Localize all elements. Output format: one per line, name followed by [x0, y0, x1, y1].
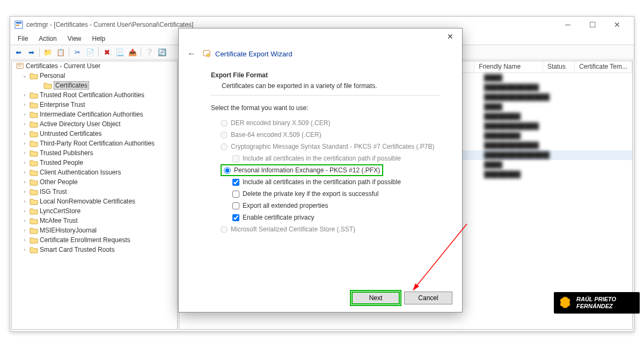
expand-icon[interactable]: › [21, 228, 28, 233]
expand-icon[interactable]: › [21, 247, 28, 252]
cert-export-wizard: ✕ ← Certificate Export Wizard Export Fil… [178, 28, 463, 312]
radio-sst: Microsoft Serialized Certificate Store (… [221, 223, 441, 235]
tree-item[interactable]: ›Active Directory User Object [12, 119, 177, 129]
tree-item[interactable]: ›Trusted Root Certification Authorities [12, 90, 177, 100]
tree-item[interactable]: ›Certificate Enrollment Requests [12, 235, 177, 245]
col-friendly[interactable]: Friendly Name [474, 61, 543, 72]
folder-icon [30, 236, 38, 244]
tree-item[interactable]: ›Third-Party Root Certification Authorit… [12, 139, 177, 148]
select-label: Select the format you want to use: [211, 104, 441, 112]
next-button[interactable]: Next [352, 292, 400, 304]
tree-item[interactable]: ›Local NonRemovable Certificates [12, 197, 177, 206]
tree-item[interactable]: ›Trusted People [12, 158, 177, 168]
folder-icon [30, 91, 38, 99]
chk-pfx-ext[interactable]: Export all extended properties [232, 200, 441, 212]
close-button[interactable]: ✕ [605, 17, 630, 33]
app-icon [14, 20, 23, 29]
radio-pfx-input[interactable] [224, 167, 231, 174]
back-icon[interactable]: ⬅ [12, 46, 24, 58]
help-icon[interactable]: ❔ [143, 46, 155, 58]
window-title: certmgr - [Certificates - Current User\P… [26, 21, 193, 28]
tree-personal[interactable]: ⌄Personal [12, 71, 177, 81]
radio-b64-input [221, 132, 228, 139]
expand-icon[interactable]: › [21, 141, 28, 146]
svg-rect-1 [16, 22, 21, 24]
brain-icon [558, 296, 572, 310]
up-folder-icon[interactable]: 📁 [42, 46, 54, 58]
cancel-button[interactable]: Cancel [404, 292, 452, 304]
modal-close-button[interactable]: ✕ [443, 30, 458, 43]
expand-icon[interactable]: › [21, 170, 28, 175]
chk-pfx-delete[interactable]: Delete the private key if the export is … [232, 188, 441, 200]
forward-icon[interactable]: ➡ [25, 46, 37, 58]
chk-pfx-ext-input[interactable] [232, 202, 239, 209]
minimize-button[interactable]: ─ [555, 17, 580, 33]
tree-certificates[interactable]: Certificates [12, 81, 177, 90]
folder-icon [30, 130, 38, 137]
folder-icon [30, 207, 38, 215]
folder-icon [30, 198, 38, 205]
chk-pfx-privacy[interactable]: Enable certificate privacy [232, 212, 441, 223]
folder-icon [30, 101, 38, 108]
tree-root[interactable]: Certificates - Current User [12, 61, 177, 71]
tree-item[interactable]: ›Untrusted Certificates [12, 129, 177, 139]
expand-icon[interactable]: › [21, 121, 28, 127]
expand-icon[interactable]: › [21, 237, 28, 243]
menu-action[interactable]: Action [34, 34, 61, 43]
svg-rect-2 [16, 25, 19, 26]
export-icon[interactable]: 📤 [127, 46, 138, 58]
menu-help[interactable]: Help [88, 34, 110, 43]
menu-view[interactable]: View [63, 34, 86, 43]
tree-item[interactable]: ›LyncCertStore [12, 206, 177, 216]
chk-pfx-include[interactable]: Include all certificates in the certific… [232, 176, 441, 188]
expand-icon[interactable]: › [21, 150, 28, 156]
tree-item[interactable]: ›ISG Trust [12, 187, 177, 197]
menu-file[interactable]: File [13, 34, 32, 43]
folder-icon [30, 140, 38, 147]
section-desc: Certificates can be exported in a variet… [222, 82, 441, 90]
folder-icon [30, 188, 38, 195]
expand-icon[interactable]: › [21, 199, 28, 204]
chk-p7b-include-input [232, 155, 239, 162]
radio-pfx[interactable]: Personal Information Exchange - PKCS #12… [221, 164, 383, 176]
expand-icon[interactable]: › [21, 102, 28, 107]
expand-icon[interactable]: › [21, 189, 28, 194]
folder-icon [30, 246, 38, 253]
list-icon[interactable]: 📃 [114, 46, 126, 58]
cut-icon[interactable]: ✂ [71, 46, 83, 58]
col-template[interactable]: Certificate Tem... [575, 61, 632, 72]
chk-pfx-delete-input[interactable] [232, 191, 239, 198]
maximize-button[interactable]: ☐ [580, 17, 605, 33]
chk-p7b-include: Include all certificates in the certific… [232, 152, 441, 164]
expand-icon[interactable]: › [21, 112, 28, 117]
folder-icon [30, 120, 38, 128]
expand-icon[interactable]: › [21, 218, 28, 223]
tree-item[interactable]: ›Intermediate Certification Authorities [12, 110, 177, 119]
copy-icon[interactable]: 📄 [84, 46, 96, 58]
folder-icon [30, 72, 38, 79]
tree-item[interactable]: ›McAfee Trust [12, 216, 177, 226]
wizard-footer: Next Cancel [352, 292, 452, 304]
back-arrow-icon[interactable]: ← [187, 49, 198, 59]
delete-icon[interactable]: ✖ [101, 46, 113, 58]
tree-item[interactable]: ›Smart Card Trusted Roots [12, 245, 177, 255]
section-title: Export File Format [211, 71, 441, 79]
tree-item[interactable]: ›Other People [12, 177, 177, 187]
tree-item[interactable]: ›Client Authentication Issuers [12, 168, 177, 177]
tree-item[interactable]: ›Trusted Publishers [12, 148, 177, 158]
expand-icon[interactable]: › [21, 160, 28, 165]
refresh-icon[interactable]: 🔄 [156, 46, 168, 58]
col-status[interactable]: Status [543, 61, 575, 72]
cert-root-icon [16, 62, 24, 70]
tree-item[interactable]: ›MSIEHistoryJournal [12, 226, 177, 235]
modal-titlebar: ✕ [179, 28, 462, 45]
properties-icon[interactable]: 📋 [55, 46, 67, 58]
tree-item[interactable]: ›Enterprise Trust [12, 100, 177, 110]
expand-icon[interactable]: › [21, 92, 28, 98]
expand-icon[interactable]: › [21, 179, 28, 185]
chk-pfx-include-input[interactable] [232, 179, 239, 186]
expand-icon[interactable]: › [21, 131, 28, 136]
chk-pfx-privacy-input[interactable] [232, 214, 239, 221]
collapse-icon[interactable]: ⌄ [21, 73, 28, 78]
expand-icon[interactable]: › [21, 208, 28, 214]
